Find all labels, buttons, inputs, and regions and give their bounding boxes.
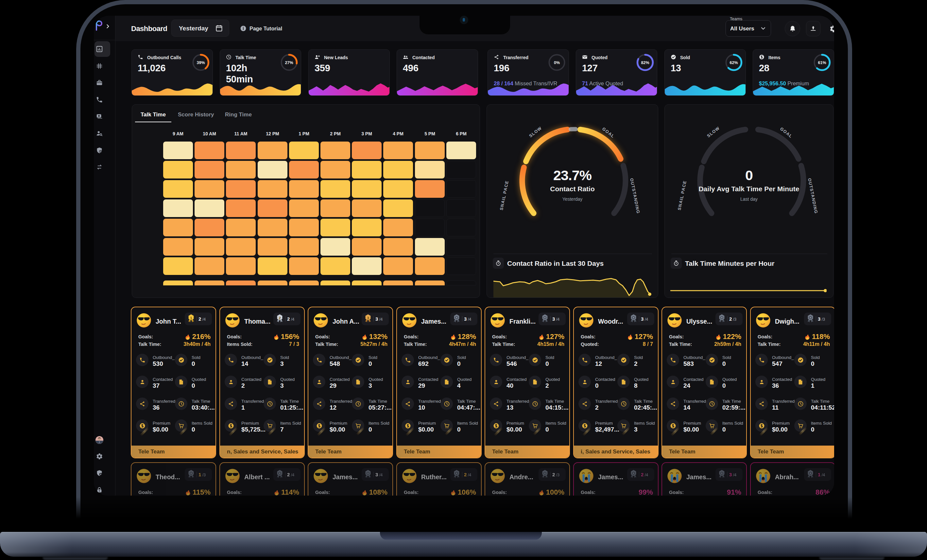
svg-text:61%: 61% [818, 61, 826, 65]
svg-text:39%: 39% [196, 61, 205, 65]
svg-text:3: 3 [367, 316, 369, 320]
svg-text:0%: 0% [554, 61, 560, 65]
svg-text:2: 2 [279, 316, 281, 320]
svg-text:1: 1 [190, 316, 192, 320]
svg-text:27%: 27% [285, 61, 293, 65]
svg-text:82%: 82% [641, 61, 649, 65]
svg-text:62%: 62% [729, 61, 738, 65]
